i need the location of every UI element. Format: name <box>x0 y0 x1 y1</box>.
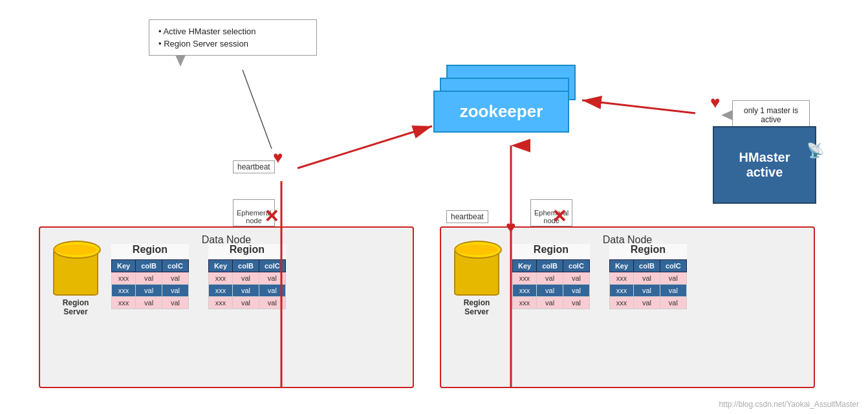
region-left-1: Region KeycolBcolC xxxvalval xxxvalval x… <box>111 244 189 309</box>
cylinder-left <box>53 247 98 296</box>
data-node-left: Data Node RegionServer Region KeycolBcol… <box>39 226 414 388</box>
region-right-1: Region KeycolBcolC xxxvalval xxxvalval x… <box>512 244 590 309</box>
redx-right: ✕ <box>552 206 567 227</box>
svg-line-4 <box>298 126 432 168</box>
hmaster-label: HMaster active <box>739 150 790 180</box>
regions-right: Region KeycolBcolC xxxvalval xxxvalval x… <box>512 244 687 309</box>
cylinder-right <box>454 247 499 296</box>
data-node-right: Data Node RegionServer Region KeycolBcol… <box>440 226 815 388</box>
heartbeat-label-left: heartbeat <box>233 160 275 173</box>
zookeeper-label-front: zookeeper <box>460 102 543 122</box>
regions-left: Region KeycolBcolC xxxvalval xxxvalval x… <box>111 244 286 309</box>
region-server-left: RegionServer <box>50 247 102 316</box>
watermark: http://blog.csdn.net/Yaokai_AssultMaster <box>719 400 859 409</box>
region-left-2-title: Region <box>208 244 286 256</box>
region-right-1-table: KeycolBcolC xxxvalval xxxvalval xxxvalva… <box>512 259 590 309</box>
redx-left: ✕ <box>264 206 279 227</box>
region-left-1-table: KeycolBcolC xxxvalval xxxvalval xxxvalva… <box>111 259 189 309</box>
callout-line1: • Active HMaster selection <box>158 27 307 36</box>
wifi-icon: 📡 <box>807 142 824 159</box>
region-right-2-title: Region <box>609 244 687 256</box>
diagram-container: • Active HMaster selection • Region Serv… <box>0 0 868 414</box>
region-right-1-title: Region <box>512 244 590 256</box>
svg-line-8 <box>243 70 272 149</box>
region-right-2-table: KeycolBcolC xxxvalval xxxvalval xxxvalva… <box>609 259 687 309</box>
callout-topleft: • Active HMaster selection • Region Serv… <box>149 19 317 56</box>
region-server-right: RegionServer <box>451 247 503 316</box>
rs-label-left: RegionServer <box>50 298 102 316</box>
heartbeat-label-right: heartbeat <box>446 210 488 223</box>
zookeeper-box-front: zookeeper <box>433 91 569 133</box>
hmaster-box: HMaster active <box>713 126 816 204</box>
region-left-1-title: Region <box>111 244 189 256</box>
heart-right: ♥ <box>506 219 515 235</box>
heart-hmaster: ♥ <box>710 94 720 111</box>
region-left-2-table: KeycolBcolC xxxvalval xxxvalval xxxvalva… <box>208 259 286 309</box>
rs-label-right: RegionServer <box>451 298 503 316</box>
heart-left: ♥ <box>273 149 283 166</box>
zookeeper-stack: zookeeper zookeeper zookeeper <box>433 65 589 142</box>
svg-line-7 <box>582 100 695 113</box>
callout-line2: • Region Server session <box>158 39 307 49</box>
region-left-2: Region KeycolBcolC xxxvalval xxxvalval x… <box>208 244 286 309</box>
region-right-2: Region KeycolBcolC xxxvalval xxxvalval x… <box>609 244 687 309</box>
callout-topright-text: only 1 master is active <box>744 106 798 124</box>
